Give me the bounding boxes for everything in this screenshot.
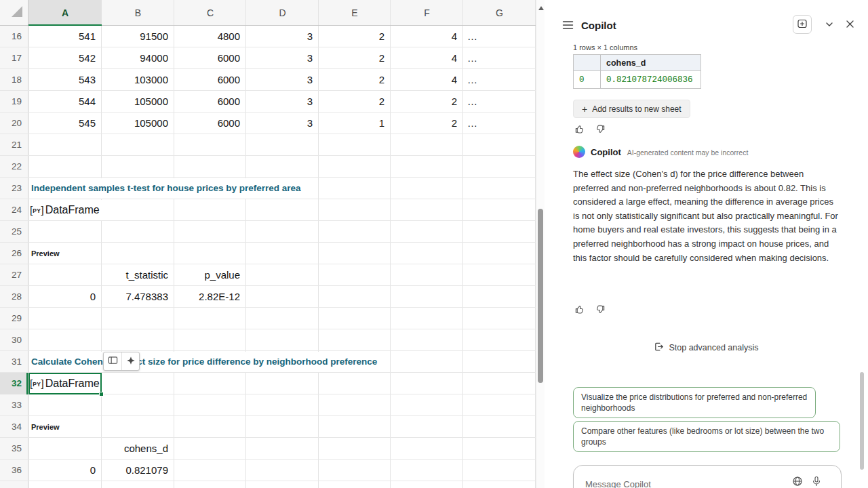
scroll-up-icon[interactable] bbox=[538, 6, 544, 10]
cell[interactable]: 105000 bbox=[102, 113, 168, 134]
row-header[interactable]: 26 bbox=[0, 243, 28, 264]
stop-advanced-analysis-button[interactable]: Stop advanced analysis bbox=[650, 341, 762, 354]
thumbs-up-button[interactable] bbox=[574, 124, 585, 136]
row-header[interactable]: 17 bbox=[0, 47, 28, 69]
row-header[interactable]: 36 bbox=[0, 460, 28, 481]
row-header[interactable]: 32 bbox=[0, 373, 28, 394]
cell[interactable]: 1 bbox=[319, 113, 384, 134]
cell-label[interactable]: Preview bbox=[31, 243, 64, 264]
cell[interactable]: 4 bbox=[391, 47, 457, 69]
fill-handle[interactable] bbox=[99, 392, 104, 396]
thumbs-down-button[interactable] bbox=[595, 124, 606, 136]
cell[interactable]: 91500 bbox=[102, 26, 168, 47]
column-header[interactable]: A bbox=[28, 0, 102, 26]
row-header[interactable]: 34 bbox=[0, 416, 28, 438]
hamburger-menu-button[interactable] bbox=[562, 20, 574, 32]
cell[interactable]: 543 bbox=[28, 69, 96, 91]
row-header[interactable]: 24 bbox=[0, 199, 28, 221]
cell[interactable]: … bbox=[467, 113, 477, 134]
column-header[interactable]: C bbox=[174, 0, 246, 26]
row-header[interactable]: 28 bbox=[0, 286, 28, 308]
cell[interactable]: 2 bbox=[319, 47, 384, 69]
cell[interactable]: … bbox=[467, 69, 477, 91]
suggestion-chip[interactable]: Compare other features (like bedrooms or… bbox=[573, 421, 840, 452]
cell[interactable]: 3 bbox=[246, 47, 313, 69]
row-header[interactable]: 23 bbox=[0, 178, 28, 199]
cell[interactable]: 103000 bbox=[102, 69, 168, 91]
cell[interactable]: cohens_d bbox=[102, 438, 168, 460]
cell[interactable]: 542 bbox=[28, 47, 96, 69]
new-chat-button[interactable] bbox=[793, 15, 812, 34]
thumbs-up-button[interactable] bbox=[574, 304, 585, 317]
cell[interactable]: 3 bbox=[246, 26, 313, 47]
cell[interactable]: 4 bbox=[391, 26, 457, 47]
add-results-button[interactable]: + Add results to new sheet bbox=[573, 100, 690, 118]
cell[interactable]: 2 bbox=[391, 91, 457, 113]
select-all-corner[interactable] bbox=[12, 6, 22, 17]
row-header[interactable]: 18 bbox=[0, 69, 28, 91]
row-header[interactable]: 27 bbox=[0, 264, 28, 286]
suggestion-chip[interactable]: Visualize the price distributions for pr… bbox=[573, 387, 816, 418]
cell[interactable]: … bbox=[467, 91, 477, 113]
cell[interactable]: t_statistic bbox=[102, 264, 168, 286]
cell[interactable]: p_value bbox=[174, 264, 240, 286]
cell[interactable]: 2 bbox=[319, 26, 384, 47]
cell[interactable]: 2.82E-12 bbox=[174, 286, 240, 308]
row-header[interactable]: 33 bbox=[0, 394, 28, 416]
column-header[interactable]: G bbox=[463, 0, 536, 26]
cell[interactable]: 0 bbox=[28, 460, 96, 481]
cell[interactable]: 94000 bbox=[102, 47, 168, 69]
cell[interactable]: 3 bbox=[246, 113, 313, 134]
close-panel-button[interactable] bbox=[846, 20, 854, 30]
cell[interactable]: 545 bbox=[28, 113, 96, 134]
row-header[interactable]: 19 bbox=[0, 91, 28, 113]
panel-scrollbar-thumb[interactable] bbox=[860, 372, 864, 470]
cell[interactable]: 105000 bbox=[102, 91, 168, 113]
microphone-button[interactable] bbox=[811, 476, 822, 488]
row-header[interactable]: 20 bbox=[0, 113, 28, 134]
python-cell[interactable]: [PY]DataFrame bbox=[30, 200, 104, 220]
row-header[interactable]: 35 bbox=[0, 438, 28, 460]
cell[interactable]: 2 bbox=[319, 91, 384, 113]
copilot-sparkle-button[interactable] bbox=[121, 352, 139, 370]
row-header[interactable]: 29 bbox=[0, 308, 28, 329]
cell[interactable]: 3 bbox=[246, 69, 313, 91]
cell[interactable]: 7.478383 bbox=[102, 286, 168, 308]
sheet-scrollbar-thumb[interactable] bbox=[538, 209, 543, 383]
row-header[interactable]: 22 bbox=[0, 156, 28, 178]
cell[interactable]: 0 bbox=[28, 286, 96, 308]
collapse-panel-button[interactable] bbox=[825, 20, 834, 31]
cell[interactable]: 6000 bbox=[174, 47, 240, 69]
column-header[interactable]: E bbox=[319, 0, 391, 26]
cell[interactable]: 2 bbox=[391, 113, 457, 134]
cell-heading[interactable]: Independent samples t-test for house pri… bbox=[31, 178, 307, 199]
cell[interactable]: 544 bbox=[28, 91, 96, 113]
cell-heading[interactable]: Calculate Cohen's d effect size for pric… bbox=[31, 352, 382, 372]
row-header[interactable]: 21 bbox=[0, 134, 28, 156]
row-header[interactable]: 25 bbox=[0, 221, 28, 243]
cell[interactable]: 6000 bbox=[174, 69, 240, 91]
cell[interactable]: 0.821079 bbox=[102, 460, 168, 481]
cell[interactable]: 541 bbox=[28, 26, 96, 47]
row-header[interactable]: 16 bbox=[0, 26, 28, 47]
cell-label[interactable]: Preview bbox=[31, 417, 64, 437]
cell[interactable]: 4 bbox=[391, 69, 457, 91]
column-header[interactable]: F bbox=[391, 0, 463, 26]
web-search-button[interactable] bbox=[792, 476, 803, 488]
column-header[interactable]: B bbox=[102, 0, 174, 26]
cell[interactable]: 6000 bbox=[174, 91, 240, 113]
cell[interactable]: … bbox=[467, 47, 477, 69]
cell[interactable]: 4800 bbox=[174, 26, 240, 47]
cell[interactable]: 2 bbox=[319, 69, 384, 91]
row-header[interactable]: 31 bbox=[0, 351, 28, 373]
insert-card-button[interactable] bbox=[104, 352, 121, 370]
row-header[interactable]: 30 bbox=[0, 329, 28, 351]
cell[interactable]: … bbox=[467, 26, 477, 47]
thumbs-down-button[interactable] bbox=[595, 304, 606, 317]
gridline bbox=[0, 264, 536, 264]
cell[interactable]: 6000 bbox=[174, 113, 240, 134]
row-header[interactable]: 37 bbox=[0, 481, 28, 488]
cell[interactable]: 3 bbox=[246, 91, 313, 113]
message-copilot-input[interactable] bbox=[584, 479, 783, 488]
column-header[interactable]: D bbox=[246, 0, 319, 26]
